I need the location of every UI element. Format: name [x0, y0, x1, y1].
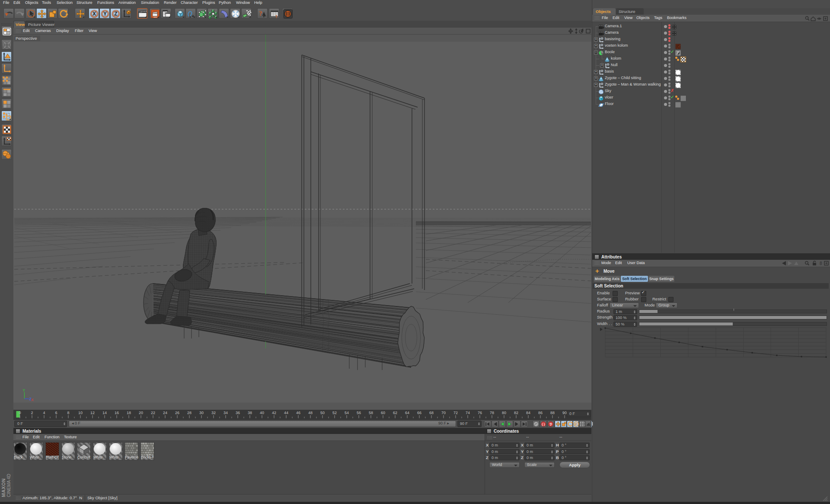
svg-text:26: 26 — [175, 411, 179, 415]
svg-text:46: 46 — [296, 411, 300, 415]
svg-text:72: 72 — [453, 411, 458, 415]
svg-text:76: 76 — [478, 411, 482, 415]
svg-text:52: 52 — [332, 411, 337, 415]
svg-text:30: 30 — [199, 411, 204, 415]
svg-text:78: 78 — [490, 411, 494, 415]
svg-text:8: 8 — [67, 411, 69, 415]
svg-text:86: 86 — [538, 411, 543, 415]
svg-text:14: 14 — [102, 411, 107, 415]
svg-text:34: 34 — [223, 411, 228, 415]
svg-text:44: 44 — [284, 411, 288, 415]
svg-text:?: ? — [259, 10, 262, 17]
svg-text:50: 50 — [320, 411, 325, 415]
svg-text:22: 22 — [151, 411, 155, 415]
svg-text:66: 66 — [417, 411, 421, 415]
svg-text:90: 90 — [562, 411, 567, 415]
svg-text:X: X — [31, 398, 34, 402]
svg-text:Perspective: Perspective — [16, 36, 37, 41]
svg-text:Y: Y — [23, 388, 26, 392]
svg-text:2: 2 — [31, 411, 33, 415]
svg-text:42: 42 — [272, 411, 276, 415]
svg-text:58: 58 — [369, 411, 373, 415]
svg-text:16: 16 — [115, 411, 119, 415]
svg-text:?: ? — [549, 422, 552, 427]
svg-text:18: 18 — [127, 411, 131, 415]
svg-text:10: 10 — [78, 411, 83, 415]
svg-text:82: 82 — [514, 411, 518, 415]
svg-text:62: 62 — [393, 411, 397, 415]
svg-text:36: 36 — [236, 411, 240, 415]
svg-text:88: 88 — [550, 411, 555, 415]
svg-text:6: 6 — [55, 411, 57, 415]
svg-text:84: 84 — [526, 411, 530, 415]
svg-text:80: 80 — [502, 411, 506, 415]
svg-text:28: 28 — [187, 411, 192, 415]
svg-text:70: 70 — [441, 411, 446, 415]
svg-text:4: 4 — [43, 411, 45, 415]
svg-text:56: 56 — [357, 411, 361, 415]
svg-text:68: 68 — [429, 411, 434, 415]
svg-text:64: 64 — [405, 411, 409, 415]
svg-text:X: X — [93, 11, 96, 17]
svg-text:54: 54 — [345, 411, 349, 415]
svg-text:48: 48 — [308, 411, 313, 415]
svg-text:0: 0 — [19, 411, 21, 415]
svg-text:( ): ( ) — [542, 422, 545, 426]
svg-text:40: 40 — [260, 411, 264, 415]
svg-text:24: 24 — [163, 411, 167, 415]
svg-text:Y: Y — [103, 11, 107, 17]
svg-text:?: ? — [275, 14, 278, 19]
svg-text:12: 12 — [90, 411, 95, 415]
svg-text:Z: Z — [114, 11, 117, 17]
svg-text:20: 20 — [139, 411, 143, 415]
svg-text:32: 32 — [211, 411, 216, 415]
svg-text:74: 74 — [466, 411, 470, 415]
svg-text:P: P — [575, 422, 578, 426]
svg-text:60: 60 — [381, 411, 385, 415]
svg-text:38: 38 — [248, 411, 252, 415]
svg-text:8: 8 — [820, 261, 822, 266]
